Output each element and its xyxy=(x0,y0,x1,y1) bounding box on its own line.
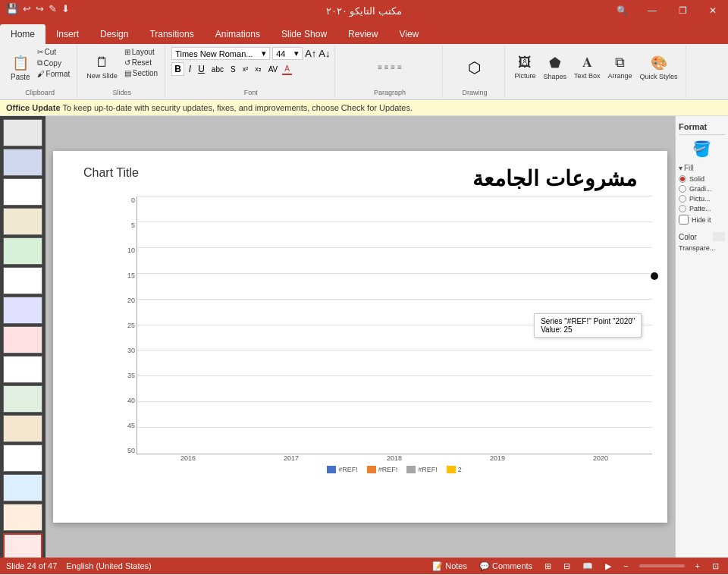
arrange-button[interactable]: ⧉ Arrange xyxy=(605,48,635,87)
fill-icon[interactable]: 🪣 xyxy=(679,140,725,158)
gradient-radio[interactable] xyxy=(679,185,686,193)
decrease-font-btn[interactable]: A↓ xyxy=(318,48,330,59)
legend-yellow-color xyxy=(447,466,456,473)
font-family-selector[interactable]: Times New Roman... ▾ xyxy=(171,47,270,60)
update-bar: Office Update To keep up-to-date with se… xyxy=(0,100,728,116)
increase-font-btn[interactable]: A↑ xyxy=(305,48,316,59)
slide-thumb-5[interactable] xyxy=(3,237,42,265)
slide-thumb-2[interactable] xyxy=(3,149,42,176)
picture-radio[interactable] xyxy=(679,195,686,203)
slide-thumb-11[interactable] xyxy=(3,415,42,442)
shapes-button[interactable]: ⬟ Shapes xyxy=(541,48,570,87)
tab-slideshow[interactable]: Slide Show xyxy=(271,24,337,44)
status-bar: Slide 24 of 47 English (United States) 📝… xyxy=(0,558,728,574)
shadow-btn[interactable]: S xyxy=(228,64,238,74)
cut-button[interactable]: ✂ Cut xyxy=(35,47,73,57)
slides-col: ⊞ Layout ↺ Reset ▤ Section xyxy=(122,47,160,87)
drawing-icon[interactable]: ⬡ xyxy=(468,58,481,77)
slide-thumb-12[interactable] xyxy=(3,445,42,472)
status-right: 📝 Notes 💬 Comments ⊞ ⊟ 📖 ▶ − + ⊡ xyxy=(429,561,722,572)
tab-transitions[interactable]: Transitions xyxy=(139,24,204,44)
superscript-btn[interactable]: x² xyxy=(240,64,251,74)
slide-thumb-6[interactable] xyxy=(3,267,42,294)
tab-animations[interactable]: Animations xyxy=(205,24,271,44)
font-row-2: B I U abc S x² x₂ AV A xyxy=(171,62,292,76)
pen-quick-btn[interactable]: ✎ xyxy=(49,3,57,14)
color-swatch[interactable] xyxy=(713,232,725,241)
slide-thumb-3[interactable] xyxy=(3,178,42,206)
save-quick-btn[interactable]: 💾 xyxy=(6,3,18,14)
zoom-out-btn[interactable]: − xyxy=(620,561,631,571)
hide-checkbox[interactable] xyxy=(679,215,689,225)
slide-canvas[interactable]: Chart Title مشروعات الجامعة 50 45 40 35 … xyxy=(53,151,667,523)
zoom-in-btn[interactable]: + xyxy=(692,561,703,571)
copy-icon: ⧉ xyxy=(37,58,42,68)
undo-quick-btn[interactable]: ↩ xyxy=(23,3,31,14)
restore-btn[interactable]: ❐ xyxy=(667,0,698,21)
fill-section-label: ▾ Fill xyxy=(679,164,725,172)
char-spacing-btn[interactable]: AV xyxy=(266,64,281,74)
tab-home[interactable]: Home xyxy=(0,24,46,44)
fill-section: ▾ Fill Solid Gradi... Pictu... Patte... xyxy=(679,164,725,225)
tab-insert[interactable]: Insert xyxy=(46,24,89,44)
strikethrough-btn[interactable]: abc xyxy=(209,64,226,74)
slide-thumb-4[interactable] xyxy=(3,208,42,235)
slides-label: Slides xyxy=(79,89,165,96)
italic-btn[interactable]: I xyxy=(187,63,193,75)
fill-pattern-option[interactable]: Patte... xyxy=(679,205,725,212)
pattern-radio[interactable] xyxy=(679,205,686,212)
reset-button[interactable]: ↺ Reset xyxy=(122,58,160,68)
subscript-btn[interactable]: x₂ xyxy=(253,64,264,74)
comments-btn[interactable]: 💬 Comments xyxy=(476,561,535,572)
legend-gray: #REF! xyxy=(406,466,438,473)
slide-thumb-8[interactable] xyxy=(3,326,42,353)
paste-button[interactable]: 📋 Paste xyxy=(8,48,33,87)
fill-picture-option[interactable]: Pictu... xyxy=(679,195,725,203)
copy-button[interactable]: ⧉ Copy xyxy=(35,58,73,68)
slide-thumb-15[interactable] xyxy=(3,533,42,558)
fill-solid-option[interactable]: Solid xyxy=(679,175,725,183)
fill-hide-option[interactable]: Hide it xyxy=(679,215,725,225)
slide-panel[interactable] xyxy=(0,116,46,558)
section-button[interactable]: ▤ Section xyxy=(122,68,160,78)
zoom-slider[interactable] xyxy=(639,564,685,567)
view-slide-sorter-btn[interactable]: ⊟ xyxy=(560,561,573,572)
new-slide-button[interactable]: 🗒 New Slide xyxy=(83,48,121,87)
format-painter-button[interactable]: 🖌 Format xyxy=(35,69,73,79)
solid-radio[interactable] xyxy=(679,175,686,183)
dropdown-quick-btn[interactable]: ⬇ xyxy=(61,3,70,14)
view-reading-btn[interactable]: 📖 xyxy=(579,561,596,572)
notes-btn[interactable]: 📝 Notes xyxy=(429,561,470,572)
slide-thumb-10[interactable] xyxy=(3,385,42,413)
textbox-button[interactable]: 𝐀 Text Box xyxy=(571,48,604,87)
view-slideshow-btn[interactable]: ▶ xyxy=(602,561,614,572)
fill-gradient-option[interactable]: Gradi... xyxy=(679,185,725,193)
tab-design[interactable]: Design xyxy=(89,24,139,44)
slide-thumb-14[interactable] xyxy=(3,504,42,531)
paste-icon: 📋 xyxy=(12,55,29,71)
ribbon-tab-bar: Home Insert Design Transitions Animation… xyxy=(0,21,728,44)
search-btn[interactable]: 🔍 xyxy=(607,0,637,21)
tab-review[interactable]: Review xyxy=(337,24,388,44)
layout-button[interactable]: ⊞ Layout xyxy=(122,47,160,57)
transparency-row: Transpare... xyxy=(679,243,725,253)
view-normal-btn[interactable]: ⊞ xyxy=(541,561,554,572)
chart-title: Chart Title xyxy=(83,166,139,180)
chart-tooltip: Series "#REF!" Point "2020" Value: 25 xyxy=(534,313,642,338)
picture-button[interactable]: 🖼 Picture xyxy=(511,48,538,87)
bold-btn[interactable]: B xyxy=(171,62,184,76)
slide-thumb-13[interactable] xyxy=(3,474,42,501)
font-color-btn[interactable]: A xyxy=(282,64,292,75)
close-btn[interactable]: ✕ xyxy=(698,0,728,21)
slide-thumb-9[interactable] xyxy=(3,356,42,383)
slide-thumb-1[interactable] xyxy=(3,119,42,146)
underline-btn[interactable]: U xyxy=(196,63,207,75)
tab-view[interactable]: View xyxy=(388,24,429,44)
redo-quick-btn[interactable]: ↪ xyxy=(36,3,44,14)
minimize-btn[interactable]: — xyxy=(637,0,667,21)
fit-slide-btn[interactable]: ⊡ xyxy=(709,561,722,572)
quick-styles-button[interactable]: 🎨 Quick Styles xyxy=(637,48,681,87)
font-size-selector[interactable]: 44 ▾ xyxy=(272,47,303,60)
clipboard-group: 📋 Paste ✂ Cut ⧉ Copy 🖌 Format Clipboard xyxy=(3,46,77,98)
slide-thumb-7[interactable] xyxy=(3,297,42,324)
